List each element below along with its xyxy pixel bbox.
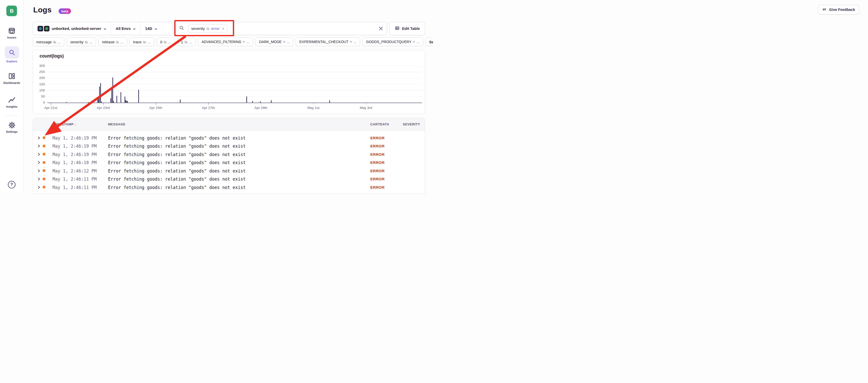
- chart-bar: [127, 101, 128, 103]
- cell-severity: ERROR: [370, 152, 384, 156]
- token-remove-icon[interactable]: ×: [222, 26, 224, 31]
- severity-dot: [42, 161, 45, 164]
- token-key: severity: [191, 26, 205, 31]
- see-full-list-chip[interactable]: See full list: [426, 37, 433, 46]
- chart-bar: [117, 96, 117, 103]
- cell-timestamp: May 1, 2:46:11 PM: [53, 177, 97, 182]
- filter-suggestion-chip[interactable]: EXPERIMENTAL_CHECKOUT>...: [296, 37, 360, 46]
- log-row[interactable]: May 1, 2:46:12 PM Error fetching goods: …: [33, 167, 425, 175]
- filter-suggestion-chip[interactable]: releaseis...: [98, 37, 127, 46]
- chart-bar: [260, 101, 261, 103]
- table-header-row: TIMESTAMP ↓ MESSAGE CARTDATA SEVERITY: [33, 118, 425, 131]
- severity-dot: [42, 178, 45, 180]
- x-axis-tick: [261, 103, 261, 105]
- chart-bar: [180, 100, 181, 103]
- x-axis-tick-label: May 1st: [300, 106, 328, 110]
- filter-suggestion-chip[interactable]: DARK_MODE>...: [255, 37, 293, 46]
- cell-severity: ERROR: [370, 160, 384, 165]
- chart-bar: [246, 97, 247, 103]
- cell-timestamp: May 1, 2:46:19 PM: [53, 152, 97, 157]
- expand-row-icon[interactable]: [38, 169, 40, 173]
- logs-count-chart[interactable]: 050100150200250300Apr 21stApr 23rdApr 25…: [33, 50, 425, 114]
- y-axis-tick-label: 150: [35, 82, 45, 86]
- issues-icon: [0, 27, 24, 35]
- x-axis-tick: [366, 103, 367, 105]
- beta-badge: beta: [59, 8, 71, 14]
- cell-timestamp: May 1, 2:46:19 PM: [53, 136, 97, 141]
- log-row[interactable]: May 1, 2:46:19 PM Error fetching goods: …: [33, 142, 425, 150]
- chart-bar: [99, 86, 100, 103]
- expand-row-icon[interactable]: [38, 144, 40, 148]
- log-row[interactable]: May 1, 2:46:11 PM Error fetching goods: …: [33, 175, 425, 183]
- clear-search-icon[interactable]: [379, 26, 383, 31]
- filter-suggestion-chip[interactable]: ADVANCED_FILTERING>...: [198, 37, 253, 46]
- cell-severity: ERROR: [370, 185, 384, 189]
- log-row[interactable]: May 1, 2:46:11 PM Error fetching goods: …: [33, 191, 425, 192]
- log-row[interactable]: May 1, 2:46:19 PM Error fetching goods: …: [33, 150, 425, 159]
- search-filter-token[interactable]: severity is error ×: [188, 24, 227, 33]
- date-range-label: 14D: [145, 26, 152, 31]
- cell-timestamp: May 1, 2:46:19 PM: [53, 144, 97, 149]
- expand-row-icon[interactable]: [38, 186, 40, 189]
- org-avatar[interactable]: B: [6, 6, 17, 16]
- column-header-timestamp[interactable]: TIMESTAMP ↓: [53, 123, 76, 126]
- cell-message: Error fetching goods: relation "goods" d…: [108, 185, 246, 190]
- expand-row-icon[interactable]: [38, 161, 40, 164]
- y-axis-tick-label: 100: [35, 89, 45, 92]
- filter-suggestion-chip[interactable]: 1is...: [177, 37, 195, 46]
- filter-suggestion-chip[interactable]: messageis...: [33, 37, 64, 46]
- filter-suggestion-chip[interactable]: 0is...: [157, 37, 175, 46]
- sidebar-item-issues[interactable]: Issues: [0, 27, 24, 39]
- expand-row-icon[interactable]: [38, 177, 40, 181]
- sidebar-item-dashboards[interactable]: Dashboards: [0, 72, 24, 84]
- column-header-cartdata[interactable]: CARTDATA: [370, 123, 389, 126]
- x-axis-tick-label: Apr 25th: [142, 106, 170, 110]
- chart-bar: [113, 101, 114, 103]
- x-axis-tick-label: Apr 27th: [194, 106, 222, 110]
- chevron-down-icon: [103, 26, 106, 31]
- help-button[interactable]: ?: [8, 181, 16, 188]
- log-row[interactable]: May 1, 2:46:11 PM Error fetching goods: …: [33, 183, 425, 192]
- x-axis-tick: [103, 103, 104, 105]
- filter-suggestion-chip[interactable]: severityis...: [67, 37, 96, 46]
- sidebar-item-label: Insights: [0, 105, 24, 108]
- sidebar-item-insights[interactable]: Insights: [0, 96, 24, 108]
- question-mark-icon: ?: [10, 182, 13, 187]
- chart-bar: [121, 92, 121, 103]
- log-row[interactable]: May 1, 2:46:18 PM Error fetching goods: …: [33, 158, 425, 167]
- edit-table-label: Edit Table: [402, 26, 420, 31]
- log-search-input[interactable]: severity is error ×: [175, 22, 387, 35]
- y-axis-tick-label: 300: [35, 64, 45, 68]
- sidebar-item-explore[interactable]: Explore: [0, 46, 24, 63]
- x-axis-tick: [156, 103, 156, 105]
- logs-table: TIMESTAMP ↓ MESSAGE CARTDATA SEVERITY Ma…: [33, 118, 425, 192]
- environment-selector[interactable]: All Envs: [111, 22, 140, 35]
- filter-suggestion-row: messageis...severityis...releaseis...tra…: [33, 37, 433, 46]
- chevron-down-icon: [154, 26, 157, 31]
- severity-dot: [42, 153, 45, 155]
- date-range-selector[interactable]: 14D: [141, 22, 162, 35]
- filter-suggestion-chip[interactable]: traceis...: [130, 37, 154, 46]
- chart-bar: [252, 101, 253, 103]
- chart-bar: [88, 102, 89, 103]
- sidebar-item-label: Settings: [0, 130, 24, 133]
- expand-row-icon[interactable]: [38, 136, 40, 140]
- filter-suggestion-chip[interactable]: GOODS_PRODUCTQUERY>...: [363, 37, 423, 46]
- log-row[interactable]: May 1, 2:46:19 PM Error fetching goods: …: [33, 134, 425, 142]
- chart-bar: [125, 100, 126, 103]
- column-header-message[interactable]: MESSAGE: [108, 123, 126, 126]
- edit-table-button[interactable]: Edit Table: [390, 22, 425, 35]
- chart-bar: [112, 77, 113, 103]
- project-selector[interactable]: unborked, unborked-server: [33, 22, 111, 35]
- column-header-severity[interactable]: SEVERITY: [403, 123, 420, 126]
- dashboards-icon: [0, 72, 24, 80]
- sidebar-item-settings[interactable]: Settings: [0, 121, 24, 133]
- expand-row-icon[interactable]: [38, 153, 40, 156]
- sort-descending-icon: ↓: [74, 123, 76, 126]
- cell-timestamp: May 1, 2:46:18 PM: [53, 160, 97, 165]
- search-icon: [8, 49, 16, 56]
- x-axis-tick-label: May 3rd: [352, 106, 380, 110]
- y-axis-tick-label: 0: [35, 101, 45, 104]
- chart-bar: [329, 100, 330, 103]
- y-axis-tick-label: 250: [35, 70, 45, 74]
